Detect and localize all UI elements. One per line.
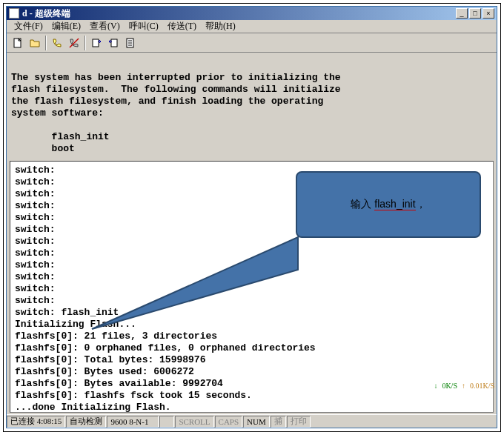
status-settings: 9600 8-N-1 bbox=[107, 416, 159, 428]
menu-view[interactable]: 查看(V) bbox=[85, 19, 125, 33]
upload-arrow-icon: ↑ bbox=[462, 382, 465, 390]
status-capture: 捕 bbox=[271, 416, 286, 428]
content-area: The system has been interrupted prior to… bbox=[7, 53, 497, 414]
receive-button[interactable] bbox=[105, 35, 122, 50]
callout-keyword: flash_init bbox=[374, 198, 415, 210]
download-speed: 0K/S bbox=[442, 382, 457, 390]
properties-button[interactable] bbox=[122, 35, 139, 50]
minimize-button[interactable]: _ bbox=[456, 8, 468, 19]
new-doc-icon bbox=[12, 37, 24, 49]
send-icon bbox=[90, 37, 102, 49]
open-folder-icon bbox=[29, 37, 41, 49]
outer-frame: d - 超级终端 _ □ × 文件(F) 编辑(E) 查看(V) 呼叫(C) 传… bbox=[3, 3, 501, 432]
status-connected: 已连接 4:08:15 bbox=[7, 416, 65, 428]
close-button[interactable]: × bbox=[483, 8, 494, 19]
window-title: d - 超级终端 bbox=[22, 7, 456, 20]
menu-call[interactable]: 呼叫(C) bbox=[125, 19, 163, 33]
status-print: 打印 bbox=[287, 416, 311, 428]
status-scroll: SCROLL bbox=[175, 416, 213, 428]
maximize-button[interactable]: □ bbox=[469, 8, 481, 19]
toolbar-separator bbox=[84, 36, 86, 50]
menubar: 文件(F) 编辑(E) 查看(V) 呼叫(C) 传送(T) 帮助(H) bbox=[7, 20, 497, 33]
titlebar: d - 超级终端 _ □ × bbox=[7, 7, 497, 20]
window-buttons: _ □ × bbox=[456, 8, 494, 19]
status-blank bbox=[159, 416, 174, 428]
phone-connect-icon bbox=[51, 37, 63, 49]
properties-icon bbox=[125, 37, 136, 49]
disconnect-button[interactable] bbox=[66, 35, 82, 50]
upload-speed: 0.01K/S bbox=[470, 382, 494, 390]
status-detect: 自动检测 bbox=[66, 416, 106, 428]
toolbar-separator bbox=[45, 36, 47, 50]
callout-box: 输入 flash_init， bbox=[296, 171, 481, 238]
speed-badge: ↓ 0K/S ↑ 0.01K/S bbox=[434, 382, 494, 390]
callout-prefix: 输入 bbox=[351, 198, 374, 210]
status-num: NUM bbox=[243, 416, 270, 428]
callout-text: 输入 flash_init， bbox=[349, 196, 427, 213]
receive-icon bbox=[107, 37, 119, 49]
statusbar: 已连接 4:08:15 自动检测 9600 8-N-1 SCROLL CAPS … bbox=[7, 414, 497, 428]
new-button[interactable] bbox=[10, 35, 26, 50]
open-button[interactable] bbox=[27, 35, 43, 50]
menu-file[interactable]: 文件(F) bbox=[10, 19, 47, 33]
connect-button[interactable] bbox=[49, 35, 65, 50]
menu-help[interactable]: 帮助(H) bbox=[201, 19, 240, 33]
toolbar bbox=[7, 33, 497, 53]
download-arrow-icon: ↓ bbox=[434, 382, 437, 390]
callout-suffix: ， bbox=[416, 198, 426, 210]
send-button[interactable] bbox=[88, 35, 105, 50]
status-caps: CAPS bbox=[215, 416, 243, 428]
svg-rect-2 bbox=[93, 39, 99, 47]
svg-rect-3 bbox=[111, 39, 117, 47]
app-icon bbox=[9, 8, 19, 19]
callout: 输入 flash_init， bbox=[296, 171, 481, 238]
phone-disconnect-icon bbox=[68, 37, 80, 49]
app-window: d - 超级终端 _ □ × 文件(F) 编辑(E) 查看(V) 呼叫(C) 传… bbox=[6, 6, 497, 428]
menu-edit[interactable]: 编辑(E) bbox=[47, 19, 85, 33]
menu-transfer[interactable]: 传送(T) bbox=[163, 19, 201, 33]
